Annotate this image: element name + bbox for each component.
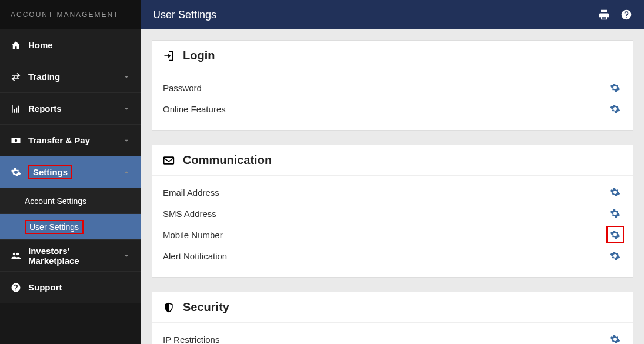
content: Login Password Online Features: [141, 29, 644, 344]
row-label: Mobile Number: [163, 230, 608, 240]
panel-body: IP Restrictions Secure Login System: [152, 323, 633, 344]
sidebar-item-investors-marketplace[interactable]: Investors' Marketplace: [0, 240, 141, 272]
gear-icon[interactable]: [608, 249, 622, 263]
sidebar-item-label: Support: [28, 282, 131, 292]
panel-body: Email Address SMS Address Mobile Number: [152, 176, 633, 277]
row-sms-address: SMS Address: [163, 203, 622, 224]
row-ip-restrictions: IP Restrictions: [163, 329, 622, 344]
sidebar-title: ACCOUNT MANAGEMENT: [0, 0, 141, 29]
topbar: User Settings: [141, 0, 644, 29]
panel-title: Communication: [183, 153, 272, 167]
sidebar-subitem-label: Account Settings: [25, 196, 86, 206]
settings-subpanel: Account Settings User Settings: [0, 188, 141, 240]
row-mobile-number: Mobile Number: [163, 224, 622, 245]
sidebar-item-transfer-pay[interactable]: Transfer & Pay: [0, 125, 141, 156]
sidebar-subitem-user-settings[interactable]: User Settings: [0, 214, 141, 240]
chevron-up-icon: [122, 168, 131, 176]
sidebar-item-label: Transfer & Pay: [28, 135, 122, 145]
panel-security: Security IP Restrictions Secure Login Sy…: [152, 292, 633, 344]
envelope-icon: [163, 155, 175, 166]
row-label: Email Address: [163, 188, 608, 198]
page-title: User Settings: [153, 9, 216, 21]
sidebar-item-label: Settings: [28, 165, 122, 179]
row-label: Online Features: [163, 104, 608, 114]
row-label: IP Restrictions: [163, 335, 608, 345]
sidebar: ACCOUNT MANAGEMENT Home Trading Reports …: [0, 0, 141, 344]
sidebar-item-settings[interactable]: Settings: [0, 156, 141, 188]
gear-icon[interactable]: [608, 102, 622, 116]
panel-title: Security: [183, 300, 229, 314]
cash-icon: [11, 135, 21, 146]
sidebar-item-label: Investors' Marketplace: [28, 246, 122, 266]
login-icon: [163, 50, 175, 62]
sidebar-subitem-account-settings[interactable]: Account Settings: [0, 188, 141, 214]
gear-icon[interactable]: [608, 206, 622, 221]
row-password: Password: [163, 77, 622, 98]
panel-header: Security: [152, 292, 633, 323]
panel-body: Password Online Features: [152, 71, 633, 130]
chevron-down-icon: [122, 136, 131, 145]
svg-rect-0: [164, 157, 174, 164]
panel-communication: Communication Email Address SMS Address …: [152, 145, 633, 278]
topbar-actions: [598, 9, 632, 21]
sidebar-item-reports[interactable]: Reports: [0, 93, 141, 125]
sidebar-item-label: Home: [28, 40, 131, 50]
gear-icon[interactable]: [608, 228, 622, 242]
sidebar-item-home[interactable]: Home: [0, 29, 141, 61]
gear-icon[interactable]: [608, 185, 622, 199]
row-label: SMS Address: [163, 209, 608, 219]
sidebar-item-label: Reports: [28, 103, 122, 113]
sidebar-item-label: Trading: [28, 72, 122, 82]
print-icon[interactable]: [598, 9, 610, 21]
sidebar-subitem-label: User Settings: [25, 220, 84, 234]
chevron-down-icon: [122, 252, 131, 260]
sidebar-item-trading[interactable]: Trading: [0, 61, 141, 93]
shield-icon: [163, 302, 175, 313]
panel-login: Login Password Online Features: [152, 40, 633, 131]
panel-header: Login: [152, 41, 633, 71]
help-icon[interactable]: [620, 9, 632, 21]
exchange-icon: [11, 72, 21, 82]
row-email-address: Email Address: [163, 182, 622, 203]
home-icon: [11, 40, 21, 51]
gears-icon: [11, 167, 21, 178]
chevron-down-icon: [122, 105, 131, 113]
row-online-features: Online Features: [163, 98, 622, 119]
sidebar-item-support[interactable]: Support: [0, 272, 141, 303]
chevron-down-icon: [122, 73, 131, 81]
main: User Settings Login Password: [141, 0, 644, 344]
panel-title: Login: [183, 49, 215, 62]
row-alert-notification: Alert Notification: [163, 245, 622, 266]
gear-icon[interactable]: [608, 332, 622, 344]
bar-chart-icon: [11, 103, 21, 114]
row-label: Alert Notification: [163, 251, 608, 261]
help-icon: [11, 282, 21, 293]
row-label: Password: [163, 83, 608, 93]
gear-icon[interactable]: [608, 81, 622, 95]
panel-header: Communication: [152, 145, 633, 176]
group-icon: [11, 251, 21, 261]
